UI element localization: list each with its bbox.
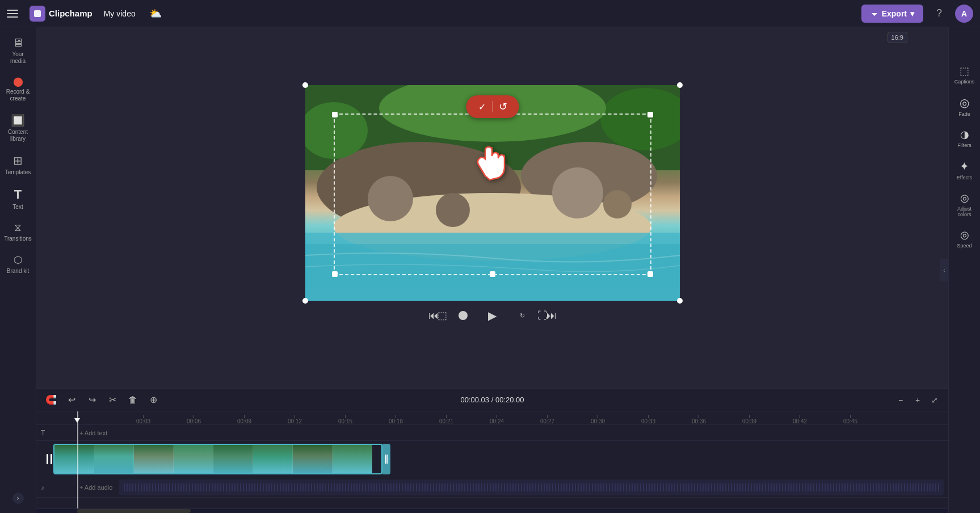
magnet-button[interactable]: 🧲	[43, 392, 59, 408]
ruler-mark: 00:27	[522, 415, 573, 424]
video-canvas-wrapper[interactable]: ✓ ↺	[305, 85, 680, 301]
brand-kit-icon: ⬡	[14, 254, 23, 266]
outer-handle-br[interactable]	[677, 298, 683, 304]
ruler-mark: 00:09	[219, 415, 270, 424]
ruler-mark: 00:30	[573, 415, 623, 424]
svg-rect-20	[51, 454, 52, 464]
templates-icon: ⊞	[13, 154, 23, 167]
forward-button[interactable]: ↻	[512, 305, 532, 326]
delete-button[interactable]: 🗑	[125, 392, 141, 408]
clip-frame-1	[54, 445, 94, 473]
ruler-mark: 00:12	[270, 415, 320, 424]
right-tool-effects[interactable]: ✦ Effects	[952, 156, 977, 184]
export-button[interactable]: Export ▾	[861, 5, 923, 23]
sidebar-item-text[interactable]: T Text	[2, 183, 34, 215]
crop-toolbar: ✓ ↺	[466, 95, 519, 118]
your-media-icon: 🖥	[12, 36, 24, 49]
crop-confirm-button[interactable]: ✓	[474, 99, 490, 115]
outer-handle-tr[interactable]	[677, 82, 683, 88]
clip-right-handle[interactable]	[382, 444, 390, 474]
svg-rect-19	[47, 454, 48, 464]
clip-frame-3	[134, 445, 174, 473]
right-tool-captions[interactable]: ⬚ Captions	[952, 61, 977, 88]
sidebar-expand-button[interactable]: ›	[12, 493, 24, 504]
audio-waveform	[124, 483, 939, 491]
add-text-button[interactable]: + Add text	[77, 428, 110, 438]
filters-label: Filters	[957, 142, 971, 148]
right-tool-filters[interactable]: ◑ Filters	[952, 125, 977, 152]
text-icon: T	[14, 187, 22, 202]
video-clip[interactable]	[53, 444, 382, 474]
split-audio-button[interactable]: ⊕	[145, 392, 161, 408]
clip-frame-8	[333, 445, 372, 473]
crop-reset-button[interactable]: ↺	[495, 99, 511, 115]
timeline-time-display: 00:00.03 / 00:20.00	[460, 396, 524, 404]
ruler-mark: 00:45	[825, 415, 876, 424]
left-sidebar: 🖥 Your media ⬤ Record &create 🔲 Contentl…	[0, 27, 36, 513]
text-label: Text	[12, 204, 23, 211]
rewind-button[interactable]: ↺	[453, 305, 473, 326]
audio-track: ♪ + Add audio	[36, 477, 948, 498]
sidebar-item-templates[interactable]: ⊞ Templates	[2, 149, 34, 180]
text-track-content: + Add text	[77, 428, 944, 438]
ruler-mark: 00:42	[775, 415, 825, 424]
outer-handle-bl[interactable]	[302, 298, 308, 304]
video-title[interactable]: My video	[99, 7, 140, 20]
audio-track-content: + Add audio	[77, 477, 944, 497]
right-tool-adjust-colors[interactable]: ◎ Adjustcolors	[952, 188, 977, 221]
content-library-label: Contentlibrary	[8, 129, 28, 142]
right-sidebar-collapse-button[interactable]: ‹	[940, 259, 949, 281]
expand-timeline-button[interactable]: ⤢	[928, 393, 941, 407]
hamburger-menu[interactable]	[7, 6, 23, 22]
svg-point-9	[552, 167, 603, 218]
logo-icon	[30, 6, 45, 22]
video-clip-row	[36, 441, 948, 477]
timeline-tracks[interactable]: 00:03 00:06 00:09 00:12 00:15 00:18 00:2…	[36, 411, 948, 508]
right-tool-speed[interactable]: ◎ Speed	[952, 225, 977, 252]
cut-button[interactable]: ✂	[104, 392, 120, 408]
help-button[interactable]: ?	[930, 5, 948, 23]
play-button[interactable]: ▶	[482, 305, 503, 326]
audio-track-label: ♪	[41, 483, 77, 491]
ruler-mark: 00:18	[371, 415, 421, 424]
zoom-out-button[interactable]: −	[894, 393, 907, 407]
timeline-zoom-controls: − + ⤢	[894, 393, 941, 407]
sidebar-item-brand-kit[interactable]: ⬡ Brand kit	[2, 249, 34, 279]
undo-button[interactable]: ↩	[64, 392, 79, 408]
user-avatar[interactable]: A	[955, 5, 973, 23]
sidebar-item-content-library[interactable]: 🔲 Contentlibrary	[2, 109, 34, 147]
video-frame: ✓ ↺	[305, 85, 680, 301]
timeline-scrollbar[interactable]	[36, 508, 948, 513]
svg-text:↺: ↺	[460, 312, 465, 319]
ruler-mark: 00:36	[674, 415, 724, 424]
right-tool-fade[interactable]: ◎ Fade	[952, 92, 977, 120]
clip-pause-icon[interactable]	[45, 444, 53, 474]
timeline-area: 🧲 ↩ ↪ ✂ 🗑 ⊕ 00:00.03 / 00:20.00 − + ⤢	[36, 388, 948, 513]
sidebar-item-transitions[interactable]: ⧖ Transitions	[2, 217, 34, 247]
app-logo[interactable]: Clipchamp	[30, 6, 92, 22]
fullscreen-button[interactable]: ⛶	[532, 305, 553, 326]
clip-frames	[54, 445, 381, 473]
export-chevron: ▾	[910, 9, 914, 18]
zoom-in-button[interactable]: +	[911, 393, 924, 407]
export-icon	[870, 10, 878, 18]
speed-label: Speed	[957, 243, 971, 249]
clip-frame-7	[293, 445, 333, 473]
outer-handle-tl[interactable]	[302, 82, 308, 88]
record-label: Record &create	[6, 89, 30, 102]
save-icon[interactable]: ⛅	[147, 5, 164, 22]
text-track: T + Add text	[36, 425, 948, 441]
subtitle-toggle-button[interactable]: ⬚	[432, 305, 453, 326]
scrollbar-thumb[interactable]	[77, 509, 191, 513]
svg-rect-6	[305, 244, 680, 301]
clip-frame-4	[174, 445, 213, 473]
sidebar-item-record-create[interactable]: ⬤ Record &create	[2, 72, 34, 107]
transitions-label: Transitions	[4, 236, 32, 242]
aspect-ratio-badge[interactable]: 16:9	[888, 32, 907, 43]
add-audio-button[interactable]: + Add audio	[77, 483, 115, 492]
sidebar-item-your-media[interactable]: 🖥 Your media	[2, 32, 34, 69]
redo-button[interactable]: ↪	[84, 392, 100, 408]
content-library-icon: 🔲	[11, 113, 25, 127]
adjust-colors-label: Adjustcolors	[957, 206, 971, 217]
export-label: Export	[882, 9, 907, 18]
